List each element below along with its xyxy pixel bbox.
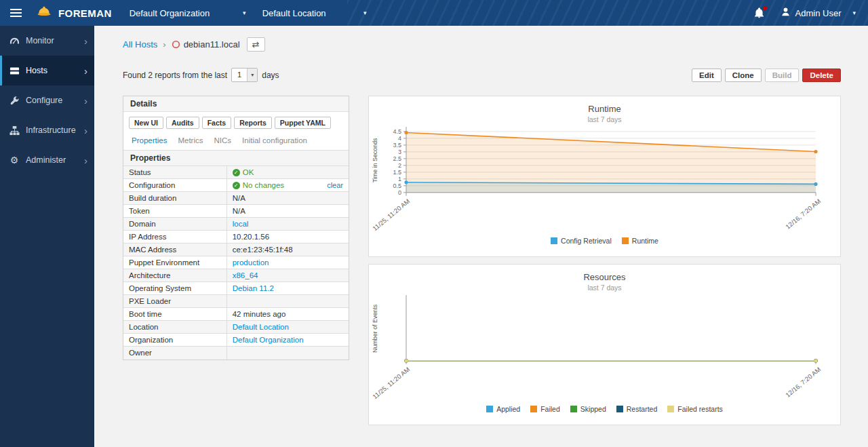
property-label: Organization <box>123 334 227 346</box>
property-link[interactable]: x86_64 <box>233 271 258 279</box>
tab-nics[interactable]: NICs <box>214 136 231 144</box>
table-row: TokenN/A <box>123 205 349 218</box>
svg-text:4.5: 4.5 <box>393 128 401 135</box>
legend-item-restarted[interactable]: Restarted <box>616 405 658 413</box>
properties-section-title: Properties <box>123 151 349 166</box>
foreman-logo-icon <box>35 4 53 22</box>
sidebar-item-monitor[interactable]: Monitor› <box>0 26 94 56</box>
property-value: Debian 11.2 <box>227 282 349 294</box>
clear-link[interactable]: clear <box>327 181 343 189</box>
legend-swatch <box>616 406 623 412</box>
property-label: PXE Loader <box>123 295 227 307</box>
legend-item-applied[interactable]: Applied <box>486 405 520 413</box>
tab-metrics[interactable]: Metrics <box>178 136 203 144</box>
user-menu[interactable]: Admin User ▾ <box>774 0 868 26</box>
sitemap-icon <box>9 125 20 136</box>
tab-initial-configuration[interactable]: Initial configuration <box>242 136 307 144</box>
property-text: N/A <box>233 207 245 215</box>
table-row: MAC Addressce:e1:23:45:1f:48 <box>123 244 349 256</box>
host-status-icon <box>172 40 180 49</box>
property-link[interactable]: Default Location <box>233 323 289 331</box>
bell-icon <box>754 7 764 18</box>
sidebar-item-administer[interactable]: ⚙Administer› <box>0 145 94 175</box>
property-label: Configuration <box>123 179 227 191</box>
property-text: N/A <box>233 194 245 202</box>
sidebar-item-label: Monitor <box>26 36 54 45</box>
details-card: Details New UIAuditsFactsReportsPuppet Y… <box>123 96 349 360</box>
detail-button-puppet-yaml[interactable]: Puppet YAML <box>275 117 331 129</box>
property-label: Status <box>123 166 227 178</box>
chart-card-resources: Resourceslast 7 days11/25, 11:20 AM12/16… <box>368 264 841 425</box>
sidebar-item-label: Hosts <box>26 66 47 75</box>
table-row: LocationDefault Location <box>123 321 349 334</box>
property-value: x86_64 <box>227 269 349 281</box>
legend-item-skipped[interactable]: Skipped <box>570 405 606 413</box>
sidebar-item-infrastructure[interactable]: Infrastructure› <box>0 115 94 145</box>
main-content: All Hosts › debian11.local ⇄ Found 2 rep… <box>94 26 868 447</box>
detail-button-reports[interactable]: Reports <box>234 117 272 129</box>
legend-item-failed[interactable]: Failed <box>530 405 560 413</box>
reports-text-suffix: days <box>262 71 279 80</box>
legend-item-runtime[interactable]: Runtime <box>622 237 658 245</box>
property-text: ce:e1:23:45:1f:48 <box>233 246 293 254</box>
svg-text:Time in Seconds: Time in Seconds <box>372 138 378 182</box>
property-label: Build duration <box>123 192 227 204</box>
charts-column: Runtimelast 7 days00.511.522.533.544.511… <box>368 96 841 425</box>
clone-button[interactable]: Clone <box>725 69 762 82</box>
legend-swatch <box>530 406 537 412</box>
detail-button-facts[interactable]: Facts <box>202 117 231 129</box>
breadcrumb-current-host: debian11.local <box>172 39 240 50</box>
detail-button-new-ui[interactable]: New UI <box>129 117 163 129</box>
legend-swatch <box>486 406 493 412</box>
sidebar-item-label: Infrastructure <box>26 125 76 135</box>
edit-button[interactable]: Edit <box>692 69 722 82</box>
delete-button[interactable]: Delete <box>802 69 841 82</box>
gear-icon: ⚙ <box>9 155 20 166</box>
user-icon <box>781 7 791 19</box>
legend-item-failed-restarts[interactable]: Failed restarts <box>667 405 723 413</box>
organization-label: Default Organization <box>130 8 210 18</box>
sidebar-item-configure[interactable]: Configure› <box>0 85 94 115</box>
svg-text:0.5: 0.5 <box>393 182 401 189</box>
chart-plot: 11/25, 11:20 AM12/16, 7:20 AMNumber of E… <box>369 292 840 405</box>
switch-arrows-icon: ⇄ <box>252 40 260 49</box>
organization-selector[interactable]: Default Organization ▾ <box>121 0 254 26</box>
property-link[interactable]: Debian 11.2 <box>233 284 274 292</box>
user-name: Admin User <box>795 8 842 18</box>
legend-swatch <box>622 237 629 244</box>
chart-legend: Config RetrievalRuntime <box>369 237 840 245</box>
property-link[interactable]: Default Organization <box>233 336 304 344</box>
detail-button-audits[interactable]: Audits <box>166 117 199 129</box>
property-link[interactable]: local <box>233 220 249 228</box>
days-filter-select[interactable]: 1 ▾ <box>231 68 258 82</box>
caret-down-icon: ▾ <box>243 9 246 16</box>
property-text: 10.20.1.56 <box>233 233 269 241</box>
notification-dot <box>763 6 767 10</box>
hamburger-menu-button[interactable] <box>0 0 31 26</box>
property-link[interactable]: production <box>233 258 269 267</box>
property-label: Puppet Environment <box>123 256 227 269</box>
foreman-brand[interactable]: FOREMAN <box>31 4 121 22</box>
chart-plot: 00.511.522.533.544.511/25, 11:20 AM12/16… <box>369 124 840 237</box>
table-row: Operating SystemDebian 11.2 <box>123 282 349 295</box>
ok-check-icon: ✓ <box>233 169 240 176</box>
notifications-bell-button[interactable] <box>745 0 774 26</box>
property-text: 42 minutes ago <box>233 310 286 318</box>
new-ui-switcher-button[interactable]: ⇄ <box>247 37 265 52</box>
sidebar-item-hosts[interactable]: Hosts› <box>0 56 94 85</box>
legend-item-config-retrieval[interactable]: Config Retrieval <box>551 237 612 245</box>
chart-subtitle: last 7 days <box>369 284 840 292</box>
property-value <box>227 295 349 307</box>
details-buttons-row: New UIAuditsFactsReportsPuppet YAML <box>123 112 349 133</box>
table-row: Architecturex86_64 <box>123 269 349 282</box>
svg-text:1.5: 1.5 <box>393 169 401 176</box>
breadcrumb-all-hosts-link[interactable]: All Hosts <box>123 39 157 50</box>
property-label: Owner <box>123 347 227 359</box>
build-button[interactable]: Build <box>765 69 800 82</box>
location-selector[interactable]: Default Location ▾ <box>254 0 375 26</box>
tab-properties[interactable]: Properties <box>132 136 167 144</box>
chart-card-runtime: Runtimelast 7 days00.511.522.533.544.511… <box>368 96 841 257</box>
days-value: 1 <box>232 69 247 81</box>
property-value: N/A <box>227 192 349 204</box>
chart-legend: AppliedFailedSkippedRestartedFailed rest… <box>369 405 840 413</box>
